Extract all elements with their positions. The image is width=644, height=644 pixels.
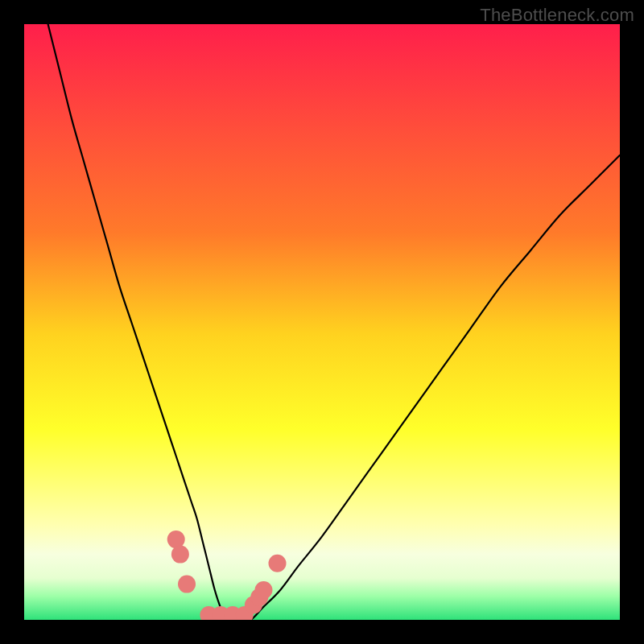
gradient-background xyxy=(24,24,620,620)
chart-frame: TheBottleneck.com xyxy=(0,0,644,644)
data-marker xyxy=(178,576,196,593)
watermark-label: TheBottleneck.com xyxy=(480,5,634,26)
data-marker xyxy=(167,530,185,548)
data-marker xyxy=(269,555,287,572)
data-marker xyxy=(254,581,272,599)
chart-svg xyxy=(24,24,620,620)
plot-area xyxy=(24,24,620,620)
data-marker xyxy=(171,546,189,564)
